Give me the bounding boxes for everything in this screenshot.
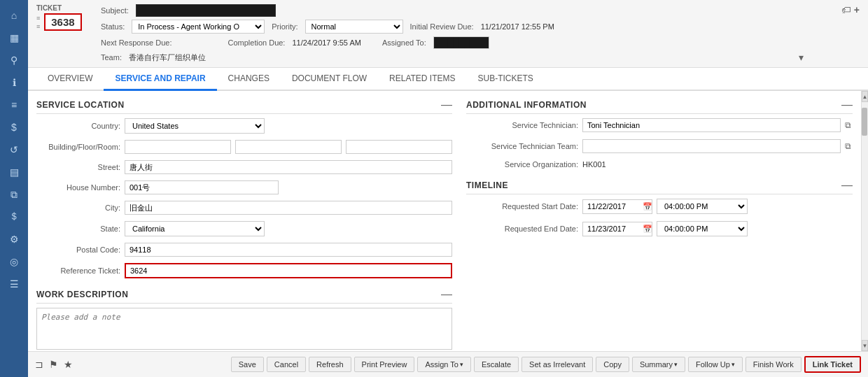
tech-team-input[interactable] xyxy=(582,139,841,153)
service-location-minimize[interactable]: — xyxy=(441,99,452,111)
timeline-title: TIMELINE xyxy=(466,180,508,190)
scroll-thumb[interactable] xyxy=(862,108,867,136)
org-label: Service Organization: xyxy=(466,160,578,169)
refresh-button[interactable]: Refresh xyxy=(309,357,351,372)
end-date-calendar-icon[interactable]: 📅 xyxy=(643,225,652,234)
country-label: Country: xyxy=(36,122,120,130)
street-row: Street: xyxy=(36,160,452,174)
search-icon[interactable]: ⚲ xyxy=(3,50,25,70)
settings-icon[interactable]: ⚙ xyxy=(3,229,25,249)
state-select[interactable]: California xyxy=(125,221,265,236)
work-description-textarea[interactable] xyxy=(36,308,452,350)
right-column: ADDITIONAL INFORMATION — Service Technic… xyxy=(466,99,853,343)
end-date-row: Requested End Date: 📅 04:00:00 PM xyxy=(466,221,853,236)
building-input2[interactable] xyxy=(235,140,342,154)
copy-button[interactable]: Copy xyxy=(596,357,629,372)
comment-icon[interactable]: ▤ xyxy=(3,162,25,182)
summary-button[interactable]: Summary xyxy=(632,357,685,372)
end-date-field: 📅 xyxy=(582,222,652,236)
work-description-minimize[interactable]: — xyxy=(441,289,452,300)
initial-review-label: Initial Review Due: xyxy=(410,22,474,31)
postal-input[interactable] xyxy=(125,243,452,257)
refresh-left-icon[interactable]: ↺ xyxy=(3,140,25,159)
info-icon[interactable]: ℹ xyxy=(3,73,25,92)
end-time-select[interactable]: 04:00:00 PM xyxy=(657,221,748,236)
ref-ticket-label: Reference Ticket: xyxy=(36,266,120,275)
start-date-calendar-icon[interactable]: 📅 xyxy=(643,202,652,211)
start-time-select[interactable]: 04:00:00 PM xyxy=(657,199,748,214)
ref-ticket-input[interactable] xyxy=(125,263,452,278)
state-row: State: California xyxy=(36,221,452,236)
left-column: SERVICE LOCATION — Country: United State… xyxy=(36,99,452,343)
tab-sub-tickets[interactable]: SUB-TICKETS xyxy=(467,68,545,91)
postal-row: Postal Code: xyxy=(36,243,452,257)
tab-service-repair[interactable]: SERVICE AND REPAIR xyxy=(104,68,216,91)
clipboard-icon[interactable]: ⧉ xyxy=(3,185,25,204)
priority-label: Priority: xyxy=(272,22,298,31)
tech-row: Service Technician: ⧉ xyxy=(466,118,853,132)
priority-select[interactable]: Normal xyxy=(305,20,403,34)
state-label: State: xyxy=(36,225,120,233)
tab-overview[interactable]: OVERVIEW xyxy=(36,68,104,91)
assigned-to-label: Assigned To: xyxy=(382,38,426,47)
flag-icon[interactable]: ⚑ xyxy=(49,359,58,370)
print-preview-button[interactable]: Print Preview xyxy=(354,357,415,372)
additional-info-title: ADDITIONAL INFORMATION xyxy=(466,100,587,110)
add-bookmark-icon[interactable]: + xyxy=(854,4,860,15)
country-select[interactable]: United States xyxy=(125,118,265,134)
tech-copy-icon[interactable]: ⧉ xyxy=(844,119,853,131)
end-date-input[interactable] xyxy=(587,225,640,233)
start-date-field: 📅 xyxy=(582,199,652,214)
additional-info-minimize[interactable]: — xyxy=(841,99,853,111)
tech-input[interactable] xyxy=(582,118,841,132)
city-row: City: xyxy=(36,201,452,215)
city-input[interactable] xyxy=(125,201,452,215)
tab-document-flow[interactable]: DOCUMENT FLOW xyxy=(281,68,378,91)
tag-icon[interactable]: 🏷 xyxy=(841,4,851,15)
save-button[interactable]: Save xyxy=(231,357,264,372)
building-input1[interactable] xyxy=(125,140,231,154)
escalate-button[interactable]: Escalate xyxy=(474,357,519,372)
dollar2-icon[interactable]: ＄ xyxy=(3,207,25,227)
completion-label: Completion Due: xyxy=(228,38,286,47)
cancel-button[interactable]: Cancel xyxy=(267,357,306,372)
bookmark-area: 🏷 + xyxy=(841,4,860,15)
subject-input[interactable] xyxy=(136,4,276,17)
end-date-label: Requested End Date: xyxy=(466,225,578,233)
additional-info-section: ADDITIONAL INFORMATION — Service Technic… xyxy=(466,99,853,171)
calendar-icon[interactable]: ▦ xyxy=(3,28,25,48)
house-number-input[interactable] xyxy=(125,180,279,194)
tech-team-copy-icon[interactable]: ⧉ xyxy=(844,140,853,152)
dollar-icon[interactable]: $ xyxy=(3,118,25,137)
postal-label: Postal Code: xyxy=(36,246,120,254)
assign-to-button[interactable]: Assign To xyxy=(417,357,471,372)
tab-related-items[interactable]: RELATED ITEMS xyxy=(378,68,466,91)
scroll-down-button[interactable]: ▼ xyxy=(862,340,868,351)
status-label: Status: xyxy=(101,22,125,31)
main-panel: ✕ TICKET ≡ ≡ 3638 Subject: xyxy=(28,0,868,377)
tech-label: Service Technician: xyxy=(466,121,578,129)
tab-changes[interactable]: CHANGES xyxy=(217,68,281,91)
building-input3[interactable] xyxy=(346,140,452,154)
link-ticket-button[interactable]: Link Ticket xyxy=(804,356,861,373)
scroll-up-button[interactable]: ▲ xyxy=(862,91,868,102)
next-response-label: Next Response Due: xyxy=(101,38,172,47)
timeline-header: TIMELINE — xyxy=(466,180,853,194)
set-irrelevant-button[interactable]: Set as Irrelevant xyxy=(522,357,593,372)
street-input[interactable] xyxy=(125,160,452,174)
map-pin-icon[interactable]: ◎ xyxy=(3,252,25,271)
follow-up-button[interactable]: Follow Up xyxy=(688,357,743,372)
user-list-icon[interactable]: ≡ xyxy=(3,95,25,115)
status-select[interactable]: In Process - Agent Working O xyxy=(132,20,265,34)
start-date-input[interactable] xyxy=(587,202,640,211)
rss-icon[interactable]: ⊐ xyxy=(35,359,43,370)
header-expand-icon[interactable]: ▾ xyxy=(799,52,804,63)
home-icon[interactable]: ⌂ xyxy=(3,6,25,25)
house-number-row: House Number: xyxy=(36,180,452,194)
list-icon[interactable]: ☰ xyxy=(3,274,25,294)
star-icon[interactable]: ★ xyxy=(64,359,73,370)
timeline-minimize[interactable]: — xyxy=(841,180,853,191)
finish-work-button[interactable]: Finish Work xyxy=(746,357,802,372)
start-date-row: Requested Start Date: 📅 04:00:00 PM xyxy=(466,199,853,214)
team-value: 香港自行车厂组织单位 xyxy=(129,52,206,63)
